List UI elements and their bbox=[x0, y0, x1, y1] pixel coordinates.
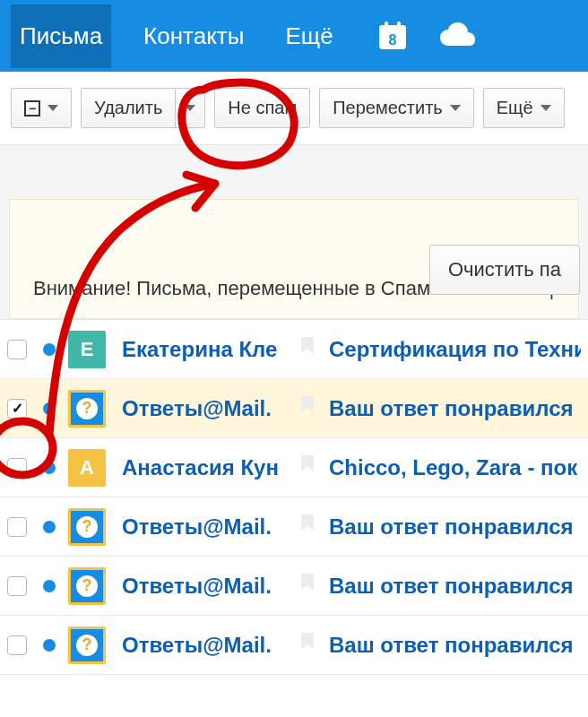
unread-dot-icon bbox=[43, 580, 56, 592]
unread-dot-icon bbox=[43, 343, 56, 356]
tab-mail[interactable]: Письма bbox=[11, 4, 111, 68]
flag-icon[interactable] bbox=[300, 455, 316, 480]
toolbar: − Удалить Не спам Переместить Ещё bbox=[0, 72, 588, 145]
banner-area: Очистить па Внимание! Письма, перемещенн… bbox=[0, 145, 588, 319]
svg-rect-2 bbox=[385, 22, 388, 30]
clear-folder-button[interactable]: Очистить па bbox=[429, 245, 580, 295]
mail-row[interactable]: ?Ответы@Mail.Ваш ответ понравился bbox=[0, 616, 588, 675]
flag-icon[interactable] bbox=[300, 574, 316, 599]
unread-dot-icon bbox=[43, 521, 56, 533]
avatar: ? bbox=[68, 390, 106, 428]
mail-row[interactable]: ?Ответы@Mail.Ваш ответ понравился bbox=[0, 557, 588, 616]
flag-icon[interactable] bbox=[300, 514, 316, 540]
sender-name: Ответы@Mail. bbox=[122, 633, 297, 658]
mail-row[interactable]: ?Ответы@Mail.Ваш ответ понравился bbox=[0, 379, 588, 438]
minus-icon: − bbox=[24, 100, 40, 117]
subject: Сертификация по Техни bbox=[329, 337, 581, 362]
mail-row[interactable]: ЕЕкатерина КлеСертификация по Техни bbox=[0, 320, 588, 379]
flag-icon[interactable] bbox=[300, 396, 316, 421]
question-icon: ? bbox=[76, 398, 98, 419]
unread-dot-icon bbox=[43, 402, 56, 415]
mail-list: ЕЕкатерина КлеСертификация по Техни?Отве… bbox=[0, 319, 588, 675]
delete-button-group: Удалить bbox=[81, 88, 205, 128]
tab-contacts[interactable]: Контакты bbox=[134, 4, 253, 68]
svg-rect-1 bbox=[379, 25, 406, 32]
move-label: Переместить bbox=[333, 98, 443, 118]
chevron-down-icon bbox=[48, 105, 58, 111]
question-icon: ? bbox=[76, 635, 98, 656]
mail-row[interactable]: ?Ответы@Mail.Ваш ответ понравился bbox=[0, 497, 588, 557]
more-label: Ещё bbox=[497, 98, 533, 118]
row-checkbox[interactable] bbox=[7, 517, 27, 537]
spam-warning-banner: Очистить па Внимание! Письма, перемещенн… bbox=[9, 199, 579, 319]
chevron-down-icon bbox=[185, 105, 195, 111]
chevron-down-icon bbox=[450, 105, 461, 111]
top-nav: Письма Контакты Ещё 8 bbox=[0, 0, 588, 72]
sender-name: Ответы@Mail. bbox=[122, 574, 297, 599]
row-checkbox[interactable] bbox=[7, 576, 27, 596]
avatar: ? bbox=[68, 626, 106, 664]
delete-button[interactable]: Удалить bbox=[81, 88, 175, 128]
mail-row[interactable]: ААнастасия КунChicco, Lego, Zara - пок bbox=[0, 438, 588, 497]
question-icon: ? bbox=[76, 516, 98, 538]
cloud-icon[interactable] bbox=[437, 21, 479, 51]
subject: Chicco, Lego, Zara - пок bbox=[329, 455, 577, 480]
avatar: ? bbox=[68, 567, 106, 605]
avatar: А bbox=[68, 449, 106, 487]
avatar: Е bbox=[68, 331, 106, 368]
calendar-icon[interactable]: 8 bbox=[375, 18, 411, 54]
sender-name: Екатерина Кле bbox=[122, 337, 297, 362]
flag-icon[interactable] bbox=[300, 337, 316, 362]
subject: Ваш ответ понравился bbox=[329, 633, 574, 658]
row-checkbox[interactable] bbox=[7, 635, 27, 655]
question-icon: ? bbox=[76, 575, 98, 597]
svg-text:8: 8 bbox=[388, 32, 396, 48]
row-checkbox[interactable] bbox=[7, 399, 27, 419]
tab-more[interactable]: Ещё bbox=[276, 4, 342, 68]
flag-icon[interactable] bbox=[300, 633, 316, 658]
avatar: ? bbox=[68, 508, 106, 546]
row-checkbox[interactable] bbox=[7, 340, 27, 359]
not-spam-button[interactable]: Не спам bbox=[214, 88, 310, 128]
row-checkbox[interactable] bbox=[7, 458, 27, 478]
chevron-down-icon bbox=[540, 105, 551, 111]
unread-dot-icon bbox=[43, 462, 56, 474]
move-button[interactable]: Переместить bbox=[319, 88, 474, 128]
toolbar-more-button[interactable]: Ещё bbox=[483, 88, 565, 128]
select-all-toggle[interactable]: − bbox=[11, 88, 72, 128]
subject: Ваш ответ понравился bbox=[329, 514, 574, 540]
svg-rect-3 bbox=[397, 22, 401, 30]
subject: Ваш ответ понравился bbox=[329, 574, 574, 599]
subject: Ваш ответ понравился bbox=[329, 396, 574, 421]
sender-name: Ответы@Mail. bbox=[122, 514, 297, 540]
delete-dropdown[interactable] bbox=[175, 88, 205, 128]
sender-name: Ответы@Mail. bbox=[122, 396, 297, 421]
sender-name: Анастасия Кун bbox=[122, 455, 297, 480]
unread-dot-icon bbox=[43, 639, 56, 652]
